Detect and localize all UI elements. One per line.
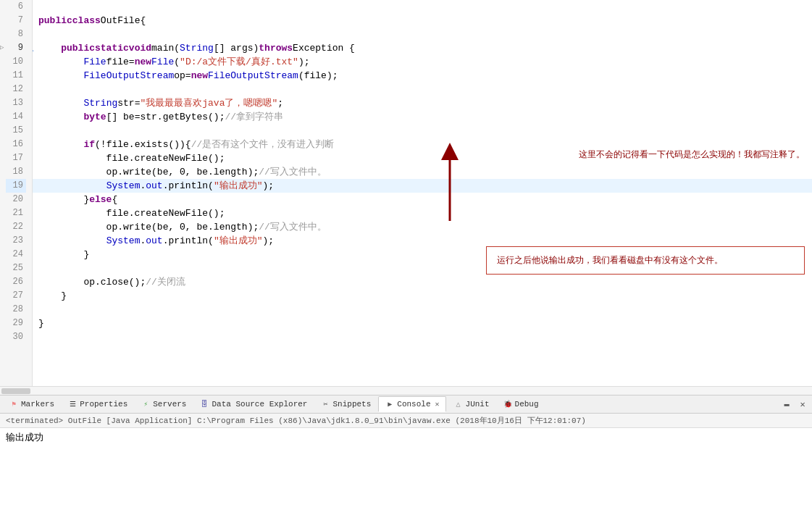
line-15: 15: [6, 124, 26, 138]
keyword-class: class: [72, 14, 101, 28]
code-line-9: ▷ public static void main(String[] args)…: [33, 41, 812, 55]
code-line-7: public class OutFile {: [33, 14, 812, 28]
keyword-new-10: new: [135, 55, 151, 69]
tab-debug[interactable]: 🐞 Debug: [497, 396, 545, 412]
console-status-line: <terminated> OutFile [Java Application] …: [0, 414, 812, 428]
properties-icon: ☰: [67, 399, 78, 409]
paren-23: );: [262, 234, 274, 248]
string-value: "我最最最喜欢java了，嗯嗯嗯": [140, 96, 277, 110]
console-output: 输出成功: [0, 428, 812, 447]
tab-bar: ⚑ Markers ☰ Properties ⚡ Servers 🗄 Data …: [0, 395, 812, 414]
ide-window: 6 7 8 9▷ 10 11 12 13 14 15 16 17 18 19 2…: [0, 0, 812, 515]
classname-outfile: OutFile: [101, 14, 141, 28]
code-line-26: op.close();//关闭流: [33, 275, 812, 289]
code-content[interactable]: public class OutFile { ▷ public static v…: [33, 0, 812, 386]
tab-console[interactable]: ▶ Console ✕: [378, 396, 445, 412]
tab-servers-label: Servers: [153, 400, 186, 409]
line-9: 9▷: [6, 41, 26, 55]
junit-icon: △: [453, 399, 464, 409]
tab-console-label: Console: [397, 400, 430, 409]
line-14: 14: [6, 110, 26, 124]
code-line-13: String str="我最最最喜欢java了，嗯嗯嗯";: [33, 96, 812, 110]
out-field-19: out: [146, 179, 162, 193]
tab-snippets[interactable]: ✂ Snippets: [314, 396, 377, 412]
type-fos: FileOutputStream: [83, 69, 174, 83]
paren-open-10: (: [174, 55, 180, 69]
tab-markers-label: Markers: [21, 400, 54, 409]
keyword-throws: throws: [259, 41, 293, 55]
line-19: 19: [6, 179, 26, 193]
exception-text: Exception {: [293, 41, 355, 55]
code-line-15: [33, 124, 812, 138]
snippets-icon: ✂: [320, 399, 330, 409]
tab-properties-label: Properties: [80, 400, 127, 409]
keyword-static: static: [95, 41, 129, 55]
code-line-12: [33, 83, 812, 96]
keyword-public-9: public: [38, 41, 95, 55]
code-line-19: System.out.println("输出成功");: [33, 179, 812, 193]
comment-22: //写入文件中。: [259, 220, 327, 234]
code-line-20: }else{: [33, 193, 812, 206]
str-assign: str=: [117, 96, 140, 110]
servers-icon: ⚡: [141, 399, 151, 409]
tab-properties[interactable]: ☰ Properties: [62, 396, 133, 412]
code-line-28: [33, 303, 812, 317]
tab-snippets-label: Snippets: [332, 400, 371, 409]
code-line-17: file.createNewFile();: [33, 151, 812, 165]
line-25: 25: [6, 261, 26, 275]
dot-19: .: [140, 179, 146, 193]
console-area: <terminated> OutFile [Java Application] …: [0, 414, 812, 515]
comment-26: //关闭流: [146, 275, 185, 289]
line-17: 17: [6, 151, 26, 165]
tab-servers[interactable]: ⚡ Servers: [135, 396, 192, 412]
debug-icon: 🐞: [503, 399, 513, 409]
horizontal-scrollbar[interactable]: [0, 386, 812, 395]
tab-datasource[interactable]: 🗄 Data Source Explorer: [193, 396, 313, 412]
code-line-6: [33, 0, 812, 14]
line-numbers: 6 7 8 9▷ 10 11 12 13 14 15 16 17 18 19 2…: [0, 0, 33, 386]
line-16: 16: [6, 138, 26, 151]
line-8: 8: [6, 28, 26, 41]
code-line-24: }: [33, 248, 812, 261]
brace-open: {: [140, 14, 146, 28]
tab-bar-controls: ▬ ✕: [780, 398, 809, 411]
code-line-14: byte[] be=str.getBytes();//拿到字符串: [33, 110, 812, 124]
comment-18: //写入文件中。: [259, 165, 327, 179]
datasource-icon: 🗄: [199, 399, 209, 409]
close-console-btn[interactable]: ✕: [796, 398, 809, 411]
line-22: 22: [6, 220, 26, 234]
line-21: 21: [6, 206, 26, 220]
console-close-icon[interactable]: ✕: [435, 400, 440, 409]
dot-23: .: [140, 234, 146, 248]
line-24: 24: [6, 248, 26, 261]
tab-datasource-label: Data Source Explorer: [212, 400, 307, 409]
code-line-8: [33, 28, 812, 41]
minimize-console-btn[interactable]: ▬: [780, 398, 793, 411]
line-18: 18: [6, 165, 26, 179]
main-args: [] args): [214, 41, 259, 55]
line-27: 27: [6, 289, 26, 303]
tab-markers[interactable]: ⚑ Markers: [3, 396, 60, 412]
paren-close-10: );: [298, 55, 310, 69]
console-icon: ▶: [385, 399, 395, 409]
paren-19: );: [262, 179, 274, 193]
method-23: .println(: [163, 234, 214, 248]
file-assign: file=: [106, 55, 135, 69]
main-method: main(: [151, 41, 180, 55]
console-output-text: 输出成功: [6, 431, 806, 444]
type-file2: File: [151, 55, 174, 69]
tab-junit[interactable]: △ JUnit: [448, 396, 495, 412]
scrollbar-thumb[interactable]: [1, 388, 30, 394]
line-10: 10: [6, 55, 26, 69]
line-20: 20: [6, 193, 26, 206]
markers-icon: ⚑: [9, 399, 19, 409]
line-6: 6: [6, 0, 26, 14]
type-string: String: [180, 41, 214, 55]
method-19: .println(: [163, 179, 214, 193]
string-19: "输出成功": [214, 179, 263, 193]
code-line-23: System.out.println("输出成功");: [33, 234, 812, 248]
type-string-13: String: [83, 96, 117, 110]
code-line-18: op.write(be, 0, be.length);//写入文件中。: [33, 165, 812, 179]
string-23: "输出成功": [214, 234, 263, 248]
semicolon-13: ;: [277, 96, 283, 110]
